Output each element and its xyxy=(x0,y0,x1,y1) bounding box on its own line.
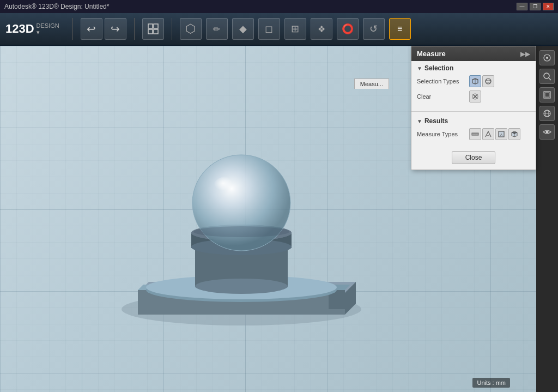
primitive-button-6[interactable]: ❖ xyxy=(311,18,332,40)
selection-section: ▼ Selection Selection Types xyxy=(411,61,536,109)
selection-types-label: Selection Types xyxy=(417,78,466,85)
results-section-label: Results xyxy=(424,117,448,125)
redo-button[interactable]: ↪ xyxy=(105,18,126,40)
results-section: ▼ Results Measure Types xyxy=(411,114,536,147)
selection-collapse-icon: ▼ xyxy=(417,65,422,71)
edge-icon xyxy=(484,77,492,85)
zoom-button[interactable] xyxy=(539,69,555,84)
svg-point-33 xyxy=(544,73,549,79)
close-button[interactable]: Close xyxy=(452,151,496,164)
measure-tool-button[interactable]: ≡ xyxy=(389,18,411,40)
minimize-button[interactable]: — xyxy=(517,3,527,10)
selection-types-buttons xyxy=(469,75,494,87)
volume-icon xyxy=(511,130,518,138)
clear-icon xyxy=(471,93,479,100)
visibility-button[interactable] xyxy=(539,124,555,140)
clear-label: Clear xyxy=(417,93,466,100)
window-controls[interactable]: — ❐ ✕ xyxy=(517,3,554,10)
measure-type-angle-button[interactable] xyxy=(482,128,494,140)
app-title: Autodesk® 123D® Design: Untitled* xyxy=(4,3,109,10)
undo-redo-group: ↩ ↪ xyxy=(81,18,126,40)
units-label: Units : mm xyxy=(477,379,506,386)
clear-button[interactable] xyxy=(469,91,481,102)
close-window-button[interactable]: ✕ xyxy=(543,3,554,10)
measure-types-row: Measure Types xyxy=(417,128,530,140)
clear-row: Clear xyxy=(417,91,530,102)
svg-rect-3 xyxy=(154,29,158,34)
primitive-button-3[interactable]: ◆ xyxy=(232,18,254,40)
measure-types-label: Measure Types xyxy=(417,131,466,137)
undo-button[interactable]: ↩ xyxy=(81,18,102,40)
grid-snap-button[interactable] xyxy=(142,18,164,40)
svg-point-40 xyxy=(546,131,549,134)
logo-dropdown-arrow[interactable]: ▾ xyxy=(37,29,59,35)
svg-line-34 xyxy=(549,78,551,80)
fit-view-button[interactable] xyxy=(539,87,555,102)
selection-types-row: Selection Types xyxy=(417,75,530,87)
selection-type-edge-button[interactable] xyxy=(482,75,494,87)
measure-panel-expand-icon[interactable]: ▶▶ xyxy=(520,50,530,58)
svg-rect-2 xyxy=(148,29,153,34)
grid-icon xyxy=(147,23,159,35)
measure-panel-header: Measure ▶▶ xyxy=(411,46,536,61)
primitive-button-8[interactable]: ↺ xyxy=(363,18,385,40)
area-icon: A xyxy=(498,130,505,138)
perspective-icon xyxy=(543,109,551,118)
svg-point-17 xyxy=(213,176,243,200)
svg-point-18 xyxy=(193,226,289,237)
clear-buttons xyxy=(469,91,481,102)
logo-sub: DESIGN xyxy=(37,22,59,29)
svg-rect-1 xyxy=(154,24,158,28)
toolbar-divider-3 xyxy=(172,18,172,40)
svg-point-32 xyxy=(546,57,548,59)
logo-area: 123D DESIGN ▾ xyxy=(5,22,59,36)
angle-icon xyxy=(484,130,492,138)
measure-tab-label: Measu... xyxy=(360,81,383,87)
svg-point-19 xyxy=(486,79,491,84)
svg-point-11 xyxy=(195,279,288,294)
zoom-icon xyxy=(543,72,551,81)
toolbar: 123D DESIGN ▾ ↩ ↪ ⬡ ✏ ◆ ◻ ⊞ ❖ ⭕ ↺ ≡ xyxy=(0,13,558,46)
title-bar: Autodesk® 123D® Design: Untitled* — ❐ ✕ xyxy=(0,0,558,13)
primitive-button-2[interactable]: ✏ xyxy=(206,18,228,40)
primitive-button-1[interactable]: ⬡ xyxy=(180,18,202,40)
measure-tab[interactable]: Measu... xyxy=(354,79,389,89)
selection-section-label: Selection xyxy=(424,64,453,72)
view-home-button[interactable] xyxy=(539,50,555,65)
svg-rect-36 xyxy=(545,93,549,97)
results-section-header[interactable]: ▼ Results xyxy=(417,117,530,125)
scene-svg xyxy=(105,97,378,342)
selection-type-face-button[interactable] xyxy=(469,75,481,87)
svg-point-20 xyxy=(486,80,491,82)
measure-type-area-button[interactable]: A xyxy=(495,128,507,140)
primitive-button-5[interactable]: ⊞ xyxy=(284,18,306,40)
perspective-button[interactable] xyxy=(539,106,555,121)
units-badge: Units : mm xyxy=(472,378,510,388)
results-collapse-icon: ▼ xyxy=(417,118,422,124)
logo-text: 123D xyxy=(5,22,34,36)
toolbar-divider-2 xyxy=(134,18,135,40)
ruler-icon xyxy=(471,130,479,138)
primitive-button-7[interactable]: ⭕ xyxy=(337,18,359,40)
primitive-button-4[interactable]: ◻ xyxy=(258,18,280,40)
home-view-icon xyxy=(543,53,551,62)
section-divider xyxy=(411,111,536,112)
measure-type-volume-button[interactable] xyxy=(508,128,520,140)
measure-types-buttons: A xyxy=(469,128,520,140)
measure-type-ruler-button[interactable] xyxy=(469,128,481,140)
svg-rect-0 xyxy=(148,24,153,28)
3d-object xyxy=(105,97,378,342)
svg-text:A: A xyxy=(500,133,502,136)
face-icon xyxy=(471,77,479,85)
measure-panel-title: Measure xyxy=(417,50,446,58)
eye-icon xyxy=(543,128,551,136)
main-area: Measu... Units : mm Measure ▶▶ ▼ Selecti… xyxy=(0,46,558,392)
toolbar-divider-1 xyxy=(72,18,73,40)
measure-panel: Measure ▶▶ ▼ Selection Selection Types xyxy=(411,46,536,170)
maximize-button[interactable]: ❐ xyxy=(530,3,541,10)
fit-view-icon xyxy=(543,91,551,99)
right-tools-panel xyxy=(536,46,558,392)
selection-section-header[interactable]: ▼ Selection xyxy=(417,64,530,72)
